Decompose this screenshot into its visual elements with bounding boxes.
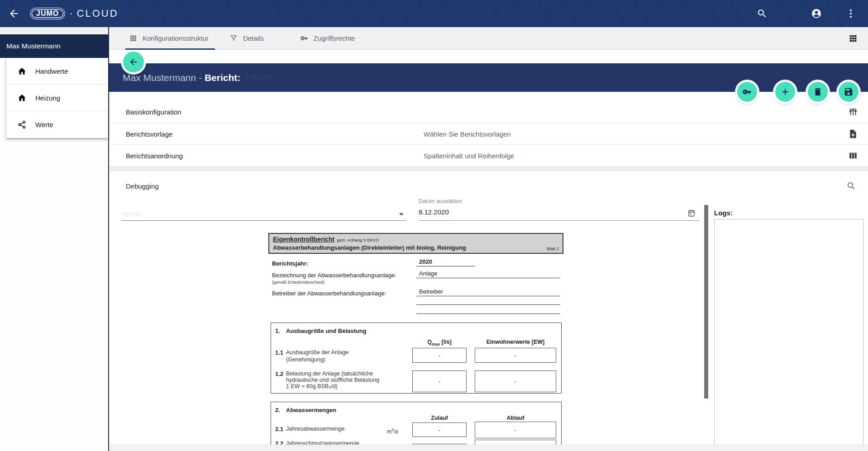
empty-line (416, 313, 560, 314)
account-icon[interactable] (811, 8, 822, 19)
row-label: Belastung der Anlage (tatsächliche (286, 370, 373, 377)
columns-icon[interactable] (848, 151, 858, 161)
sidebar-title: Max Mustermann (0, 34, 108, 58)
row-basiskonfiguration[interactable]: Basiskonfiguration (109, 101, 868, 123)
sidebar-item-handwerte[interactable]: Handwerte (6, 58, 108, 85)
horizontal-scrollbar-track[interactable] (109, 445, 868, 451)
search-icon[interactable] (846, 180, 856, 191)
cloud-wordmark: CLOUD (77, 8, 119, 19)
tune-sliders-icon[interactable] (848, 107, 858, 117)
report-title: Eigenkontrollbericht (273, 236, 334, 243)
add-button[interactable] (775, 82, 795, 102)
field-label: Bezeichnung der Abwasserbehandlungsanlag… (272, 272, 396, 279)
page-title: Max Mustermann - Bericht:EKVO (123, 72, 272, 83)
unit-label: m3/a (387, 427, 398, 435)
report-title-line: Eigenkontrollberichtgem. Anhang 3 EKVO (273, 235, 379, 243)
value-cell: - (412, 370, 467, 392)
search-icon[interactable] (757, 8, 768, 19)
row-number: 2.1 (275, 426, 283, 432)
row-berichtsanordnung[interactable]: Berichtsanordnung Spalteninhalt und Reih… (109, 145, 868, 166)
row-label: Berichtsanordnung (126, 152, 183, 159)
jumo-cloud-logo: JUMO · CLOUD (30, 8, 119, 19)
key-icon (742, 87, 752, 97)
save-button[interactable] (839, 82, 858, 102)
report-template-select[interactable]: EKVO (121, 207, 406, 221)
sidebar-item-werte[interactable]: Werte (6, 111, 108, 138)
report-title-suffix: gem. Anhang 3 EKVO (337, 237, 379, 242)
sidebar-item-label: Handwerte (35, 67, 68, 75)
value-cell: - (412, 423, 467, 437)
calendar-icon[interactable] (687, 209, 696, 217)
funnel-icon (229, 34, 238, 43)
page-title-prefix: Max Mustermann - (123, 72, 205, 83)
sidebar-menu: Handwerte Heizung Werte (6, 58, 108, 138)
main-content: Max Mustermann - Bericht:EKVO Basiskonfi… (109, 50, 868, 451)
sidebar-item-heizung[interactable]: Heizung (6, 85, 108, 111)
grid-icon (129, 34, 138, 43)
field-value: Betreiber (416, 288, 560, 296)
tabbar: Konfigurationsstruktur Details Zugriffsr… (109, 27, 868, 50)
sidebar: Max Mustermann Handwerte Heizung Werte (0, 27, 109, 451)
column-header-ew: Einwohnerwerte [EW] (475, 339, 556, 345)
tab-zugriffsrechte[interactable]: Zugriffsrechte (296, 27, 358, 49)
report-sheet-number: Blatt 1 (547, 246, 559, 251)
row-label: hydraulische und stoffliche Belastung (286, 377, 379, 383)
value-cell: - (475, 370, 556, 392)
page-title-faint: EKVO (245, 72, 272, 83)
sidebar-item-label: Werte (35, 121, 53, 128)
section-title: Ausbaugröße und Belastung (286, 328, 367, 334)
report-section-2: 2. Abwassermengen Zulauf Ablauf 2.1 Jahr… (271, 402, 562, 451)
report-subtitle: Abwasserbehandlungsanlagen (Direkteinlei… (273, 244, 466, 251)
logs-output-box (714, 219, 863, 447)
row-number: 1.2 (275, 370, 283, 377)
tab-details[interactable]: Details (226, 27, 267, 49)
row-label: Berichtsvorlage (126, 130, 172, 138)
field-value: Anlage (416, 270, 560, 278)
field-note: (gemäß Erlaubnisbescheid) (272, 280, 324, 285)
plus-icon (780, 87, 790, 97)
report-header-box: Eigenkontrollberichtgem. Anhang 3 EKVO A… (268, 233, 563, 254)
date-picker-field[interactable]: Datum auswählen 8.12.2020 (419, 198, 699, 221)
more-vert-icon[interactable] (845, 8, 856, 19)
value-cell: - (475, 422, 556, 438)
jumo-logo-pill: JUMO (30, 8, 65, 19)
report-section-1: 1. Ausbaugröße und Belastung Qmax [l/s] … (271, 323, 562, 394)
sidebar-item-label: Heizung (35, 94, 60, 102)
section-number: 1. (275, 328, 280, 334)
key-icon (300, 34, 309, 43)
chevron-down-icon (399, 213, 404, 216)
column-header-qmax: Qmax [l/s] (412, 339, 467, 347)
logs-label: Logs: (714, 209, 733, 217)
vertical-scrollbar-thumb[interactable] (704, 205, 708, 399)
back-button[interactable] (123, 52, 144, 72)
row-label: 1 EW = 60g BSB₅/d) (286, 383, 338, 389)
logo-separator: · (69, 8, 72, 19)
date-value: 8.12.2020 (419, 208, 449, 216)
empty-line (416, 304, 560, 305)
apps-grid-icon[interactable] (848, 33, 858, 43)
topbar: JUMO · CLOUD (0, 0, 868, 27)
value-cell: - (412, 348, 467, 363)
tab-konfigurationsstruktur[interactable]: Konfigurationsstruktur (125, 27, 212, 49)
field-label: Berichtsjahr: (272, 260, 308, 267)
row-value: Wählen Sie Berichtsvorlagen (424, 130, 511, 138)
sidebar-top-strip (0, 27, 108, 34)
delete-button[interactable] (808, 82, 828, 102)
note-add-icon[interactable] (848, 129, 858, 139)
select-value: EKVO (122, 210, 142, 218)
value-cell: - (475, 348, 556, 363)
tab-label: Details (243, 34, 264, 42)
access-rights-button[interactable] (737, 82, 757, 102)
column-header-zulauf: Zulauf (412, 415, 467, 421)
row-berichtsvorlage[interactable]: Berichtsvorlage Wählen Sie Berichtsvorla… (109, 123, 868, 145)
field-label: Betreiber der Abwasserbehandlungsanlage: (272, 290, 386, 297)
save-icon (844, 87, 854, 97)
row-value: Spalteninhalt und Reihenfolge (424, 152, 514, 159)
date-label: Datum auswählen (419, 198, 462, 204)
back-arrow-icon[interactable] (8, 8, 20, 19)
arrow-left-icon (129, 57, 138, 67)
section-separator (109, 166, 868, 171)
trash-icon (813, 87, 823, 97)
tab-label: Konfigurationsstruktur (143, 34, 209, 42)
row-label: Ausbaugröße der Anlage (286, 349, 348, 356)
